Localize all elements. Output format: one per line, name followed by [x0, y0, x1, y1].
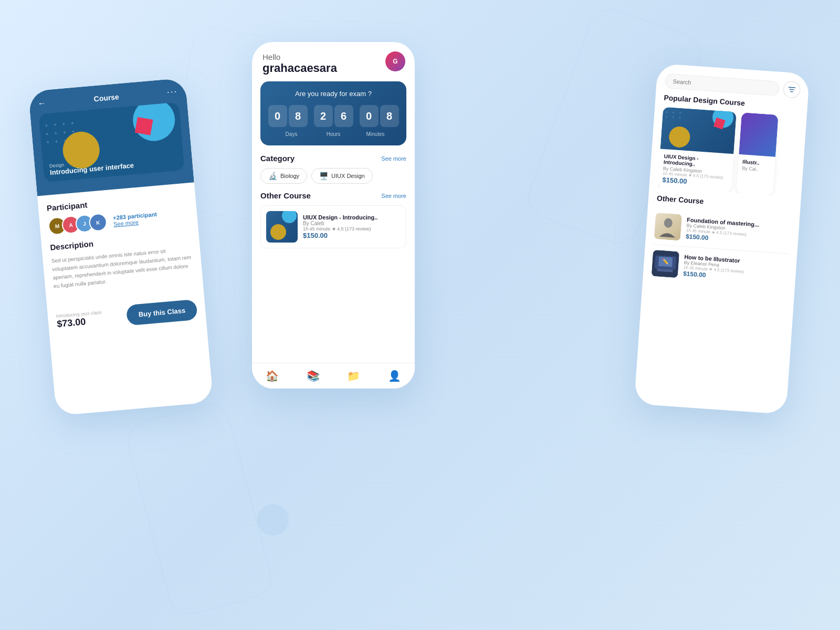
popular-card-2[interactable]: Illustr.. By Cal.. [736, 112, 779, 196]
thumb-blue-circle [282, 211, 297, 223]
thumb-gold-circle [270, 224, 286, 240]
category-uiux[interactable]: 🖥️ UIUX Design [311, 168, 373, 184]
category-biology[interactable]: 🔬 Biology [260, 168, 307, 184]
countdown-digits: 0 8 2 6 0 8 [269, 105, 398, 127]
graphic-pink-square [135, 117, 153, 135]
right-other-course-section: Other Course [643, 193, 801, 291]
days-label: Days [276, 131, 307, 137]
popular-card-1[interactable]: + + ++ + + UIUX Design - Introducing.. B… [658, 107, 737, 193]
dots-deco: + + ++ + + [665, 110, 684, 120]
filter-button[interactable] [783, 81, 801, 99]
right-phone: Popular Design Course + + ++ + + UIUX De… [634, 64, 810, 415]
back-button[interactable]: ← [37, 98, 47, 108]
day-digit-1: 0 [268, 105, 287, 127]
filter-icon [788, 86, 796, 93]
price-section: Introducing uiux class $73.00 [56, 310, 103, 330]
course-body: Participant M A J K +283 participant See… [37, 182, 204, 307]
hour-digit-2: 6 [334, 105, 353, 127]
user-avatar[interactable]: G [385, 51, 405, 71]
popular-card-1-thumb: + + ++ + + [660, 107, 737, 154]
minutes-digits: 0 8 [360, 105, 399, 127]
other-course-title: Other Course [260, 191, 311, 200]
countdown-labels: Days Hours Minutes [269, 131, 398, 137]
category-see-more[interactable]: See more [381, 155, 406, 162]
nav-folder-icon[interactable]: 📁 [347, 370, 360, 382]
category-section-header: Category See more [252, 154, 415, 168]
nav-courses-icon[interactable]: 📚 [307, 370, 320, 382]
nav-home-icon[interactable]: 🏠 [266, 370, 279, 382]
popular-card-2-body: Illustr.. By Cal.. [738, 154, 776, 177]
hello-text: Hello [262, 52, 404, 61]
days-digits: 0 8 [268, 105, 308, 127]
person-illustration [654, 213, 682, 240]
other-course-see-more[interactable]: See more [381, 193, 406, 199]
search-input[interactable] [665, 74, 780, 96]
min-digit-2: 8 [380, 105, 399, 127]
oc-info-2: How to be Illustrator By Eleanor Pena 1h… [683, 254, 745, 281]
popular-section: Popular Design Course + + ++ + + UIUX De… [649, 93, 808, 204]
min-digit-1: 0 [360, 105, 379, 127]
pc-gold-circle [668, 126, 691, 149]
popular-card-2-name: Illustr.. [742, 159, 771, 166]
popular-card-2-thumb [739, 112, 778, 157]
course-header: ← Course ··· + + + ++ + + ++ + + + Desig… [28, 78, 194, 196]
avatars-group: M A J K [48, 213, 108, 236]
popular-card-2-author: By Cal.. [742, 165, 771, 173]
oc-thumb-2: ✏️ [652, 250, 679, 278]
course-card-info: UIUX Design - Introducing.. By Caleb 1h … [303, 214, 377, 239]
hour-digit-1: 2 [314, 105, 333, 127]
oc-info-1: Foundation of mastering... By Caleb King… [686, 216, 760, 245]
category-row: 🔬 Biology 🖥️ UIUX Design [252, 168, 415, 191]
biology-icon: 🔬 [268, 172, 277, 180]
center-phone: G Hello grahacaesara Are you ready for e… [252, 42, 415, 388]
course-card-meta: 1h 45 minute ★ 4.5 (173 review) [303, 226, 377, 232]
course-card-author: By Caleb [303, 220, 377, 226]
biology-label: Biology [280, 173, 299, 179]
countdown-box: Are you ready for exam ? 0 8 2 6 0 8 Day… [260, 81, 406, 145]
category-title: Category [260, 154, 295, 163]
hours-digits: 2 6 [314, 105, 353, 127]
uiux-icon: 🖥️ [319, 172, 328, 180]
nav-profile-icon[interactable]: 👤 [388, 370, 401, 382]
other-course-section-header: Other Course See more [252, 191, 415, 205]
hours-label: Hours [318, 131, 349, 137]
left-phone: ← Course ··· + + + ++ + + ++ + + + Desig… [28, 78, 214, 416]
minutes-label: Minutes [360, 131, 391, 137]
countdown-question: Are you ready for exam ? [269, 90, 398, 98]
course-card-price: $150.00 [303, 232, 377, 239]
oc-thumb-1 [654, 213, 682, 240]
uiux-label: UIUX Design [331, 173, 365, 179]
day-digit-2: 8 [289, 105, 308, 127]
svg-text:✏️: ✏️ [662, 258, 669, 265]
nav-title: Course [93, 92, 119, 103]
svg-line-0 [789, 87, 795, 88]
oc-thumb-2-img: ✏️ [652, 250, 679, 278]
svg-line-1 [790, 89, 794, 90]
more-options-button[interactable]: ··· [166, 86, 178, 98]
oc-thumb-1-img [654, 213, 682, 240]
other-course-card[interactable]: UIUX Design - Introducing.. By Caleb 1h … [260, 205, 406, 248]
popular-cards-row: + + ++ + + UIUX Design - Introducing.. B… [658, 107, 799, 197]
computer-illustration: ✏️ [652, 250, 679, 278]
course-thumbnail [266, 211, 298, 243]
username-text: grahacaesara [262, 61, 404, 75]
participant-info: +283 participant See more [113, 211, 158, 227]
bottom-nav: 🏠 📚 📁 👤 [252, 363, 415, 388]
description-text: Sed ut perspiciatis unde omnis iste natu… [51, 245, 194, 290]
buy-button[interactable]: Buy this Class [126, 299, 197, 326]
course-card-name: UIUX Design - Introducing.. [303, 214, 377, 220]
course-graphic: + + + ++ + + ++ + + + Design Introducing… [38, 102, 184, 182]
popular-card-1-body: UIUX Design - Introducing.. By Caleb Kin… [658, 149, 734, 193]
